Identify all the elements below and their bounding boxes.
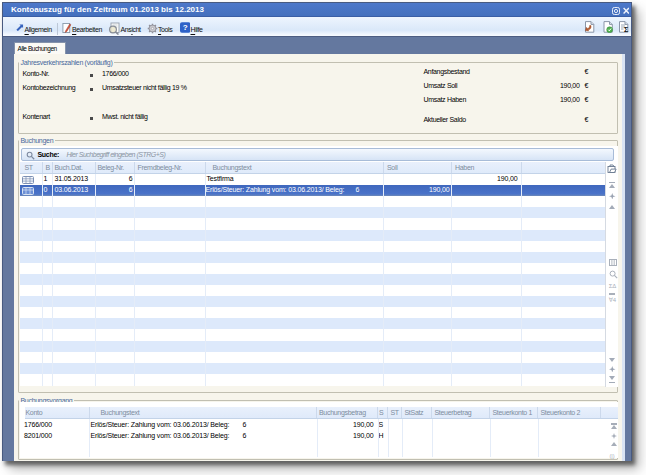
svg-text:?: ? <box>182 23 187 32</box>
svg-text:Σ: Σ <box>624 26 628 33</box>
